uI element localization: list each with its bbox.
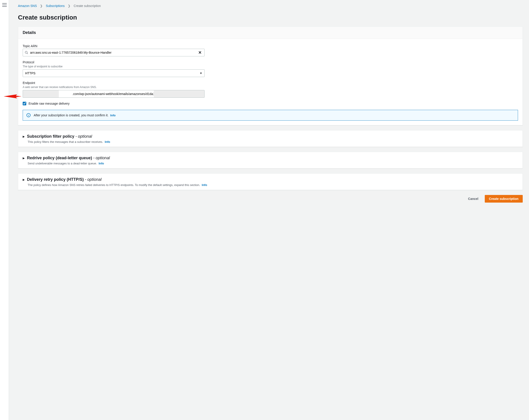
- breadcrumb: Amazon SNS ❯ Subscriptions ❯ Create subs…: [18, 4, 523, 8]
- triangle-right-icon: ▶: [23, 135, 25, 138]
- triangle-right-icon: ▶: [23, 157, 25, 160]
- footer-actions: Cancel Create subscription: [18, 195, 523, 203]
- topic-arn-input[interactable]: [28, 51, 197, 54]
- info-link[interactable]: Info: [202, 183, 207, 187]
- search-icon: [25, 51, 28, 54]
- menu-icon[interactable]: [2, 3, 7, 7]
- topic-arn-input-wrap[interactable]: ✕: [23, 49, 205, 56]
- endpoint-field: Endpoint A web server that can receive n…: [23, 81, 518, 98]
- svg-line-1: [27, 53, 28, 54]
- retry-policy-section: ▶ Delivery retry policy (HTTP/S) - optio…: [18, 173, 523, 190]
- triangle-right-icon: ▶: [23, 178, 25, 181]
- chevron-right-icon: ❯: [40, 4, 43, 8]
- topic-arn-field: Topic ARN ✕: [23, 44, 518, 56]
- endpoint-label: Endpoint: [23, 81, 518, 85]
- clear-icon[interactable]: ✕: [197, 51, 202, 54]
- protocol-field: Protocol The type of endpoint to subscri…: [23, 60, 518, 77]
- confirm-notice-text: After your subscription is created, you …: [34, 113, 108, 117]
- chevron-right-icon: ❯: [68, 4, 70, 8]
- breadcrumb-link-sns[interactable]: Amazon SNS: [18, 4, 37, 8]
- page-title: Create subscription: [18, 14, 523, 21]
- info-icon: i: [26, 113, 30, 117]
- filter-policy-desc: This policy filters the messages that a …: [28, 140, 103, 144]
- raw-delivery-label[interactable]: Enable raw message delivery: [28, 102, 70, 105]
- protocol-hint: The type of endpoint to subscribe: [23, 65, 518, 68]
- filter-policy-section: ▶ Subscription filter policy - optional …: [18, 130, 523, 147]
- retry-policy-title: Delivery retry policy (HTTP/S): [27, 177, 84, 182]
- raw-delivery-row: Enable raw message delivery: [23, 102, 518, 105]
- filter-policy-toggle[interactable]: ▶ Subscription filter policy - optional: [23, 134, 518, 139]
- main-content: Amazon SNS ❯ Subscriptions ❯ Create subs…: [9, 0, 529, 420]
- left-rail: [0, 0, 9, 420]
- filter-policy-title: Subscription filter policy: [27, 134, 74, 139]
- redrive-policy-section: ▶ Redrive policy (dead-letter queue) - o…: [18, 152, 523, 168]
- redrive-policy-desc: Send undeliverable messages to a dead-le…: [28, 162, 97, 165]
- redrive-policy-title: Redrive policy (dead-letter queue): [27, 156, 92, 160]
- retry-policy-toggle[interactable]: ▶ Delivery retry policy (HTTP/S) - optio…: [23, 177, 518, 182]
- details-header: Details: [18, 27, 522, 39]
- cancel-button[interactable]: Cancel: [465, 195, 482, 202]
- details-panel: Details Topic ARN ✕ Protocol The type of…: [18, 27, 523, 125]
- create-subscription-button[interactable]: Create subscription: [485, 195, 523, 203]
- optional-label: - optional: [75, 134, 92, 139]
- endpoint-input[interactable]: [23, 90, 205, 98]
- endpoint-hint: A web server that can receive notificati…: [23, 86, 518, 89]
- topic-arn-label: Topic ARN: [23, 44, 518, 48]
- svg-point-0: [25, 51, 27, 53]
- redrive-policy-toggle[interactable]: ▶ Redrive policy (dead-letter queue) - o…: [23, 156, 518, 160]
- optional-label: - optional: [93, 156, 110, 160]
- info-link[interactable]: Info: [105, 140, 110, 144]
- optional-label: - optional: [85, 177, 102, 182]
- protocol-label: Protocol: [23, 60, 518, 64]
- info-link[interactable]: Info: [99, 162, 104, 165]
- confirm-notice: i After your subscription is created, yo…: [23, 110, 518, 121]
- info-link[interactable]: Info: [110, 114, 116, 117]
- breadcrumb-link-subscriptions[interactable]: Subscriptions: [46, 4, 65, 8]
- retry-policy-desc: The policy defines how Amazon SNS retrie…: [28, 183, 200, 187]
- raw-delivery-checkbox[interactable]: [23, 102, 26, 105]
- protocol-select[interactable]: HTTPS: [23, 69, 205, 77]
- breadcrumb-current: Create subscription: [74, 4, 101, 8]
- details-heading: Details: [23, 30, 518, 35]
